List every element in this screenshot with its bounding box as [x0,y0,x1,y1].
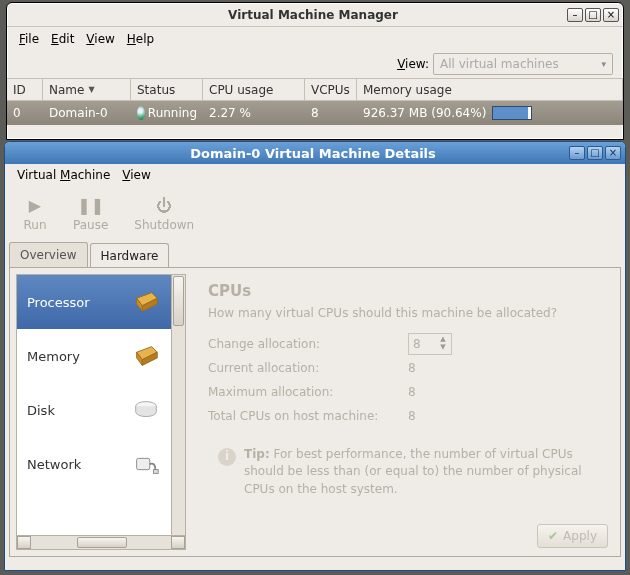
pause-icon: ❚❚ [79,194,103,216]
details-window: Domain-0 Virtual Machine Details – □ × V… [4,141,626,571]
memory-icon [131,342,161,370]
label-change-allocation: Change allocation: [208,337,408,351]
menu-help[interactable]: Help [123,30,158,48]
cell-cpu: 2.27 % [203,106,305,120]
menu-file[interactable]: File [15,30,43,48]
spinner-arrows-icon: ▲▼ [437,335,449,353]
change-allocation-spinner[interactable]: 8 ▲▼ [408,333,452,355]
play-icon: ▶ [23,194,47,216]
minimize-button[interactable]: – [567,8,583,22]
info-icon: i [218,448,236,466]
hardware-sidebar: Processor Memory Disk Network [10,268,190,556]
view-combo-text: All virtual machines [440,57,559,71]
vmm-window: Virtual Machine Manager – □ × File Edit … [6,2,624,140]
row-total-cpus: Total CPUs on host machine: 8 [208,404,606,428]
cell-id: 0 [7,106,43,120]
menu-view[interactable]: View [82,30,118,48]
tip-text: Tip: For best performance, the number of… [244,446,602,498]
pause-button[interactable]: ❚❚ Pause [73,194,108,232]
table-row[interactable]: 0 Domain-0 Running 2.27 % 8 926.37 MB (9… [7,101,623,125]
view-filter-row: View: All virtual machines ▾ [7,51,623,79]
col-cpu[interactable]: CPU usage [203,79,305,100]
disk-icon [131,396,161,424]
vmm-titlebar[interactable]: Virtual Machine Manager – □ × [7,3,623,27]
col-name[interactable]: Name▼ [43,79,131,100]
cell-name: Domain-0 [43,106,131,120]
maximize-button[interactable]: □ [585,8,601,22]
details-toolbar: ▶ Run ❚❚ Pause ⏻ Shutdown [5,186,625,240]
tab-overview[interactable]: Overview [9,242,88,267]
tab-hardware[interactable]: Hardware [90,243,170,268]
label-max-allocation: Maximum allocation: [208,385,408,399]
horizontal-scrollbar[interactable] [16,536,186,550]
maximize-button[interactable]: □ [587,146,603,160]
row-change-allocation: Change allocation: 8 ▲▼ [208,332,606,356]
hw-item-memory[interactable]: Memory [17,329,171,383]
running-icon [137,106,145,120]
label-total-cpus: Total CPUs on host machine: [208,409,408,423]
tip-box: i Tip: For best performance, the number … [208,446,606,498]
close-button[interactable]: × [603,8,619,22]
menu-edit[interactable]: Edit [47,30,78,48]
label-current-allocation: Current allocation: [208,361,408,375]
view-label: View: [397,57,429,71]
apply-button[interactable]: ✔ Apply [537,524,608,548]
details-title: Domain-0 Virtual Machine Details [57,146,569,161]
hw-item-network[interactable]: Network [17,437,171,491]
hardware-tab-body: Processor Memory Disk Network [9,267,621,557]
hw-item-processor[interactable]: Processor [17,275,171,329]
hw-item-disk[interactable]: Disk [17,383,171,437]
close-button[interactable]: × [605,146,621,160]
menu-virtual-machine[interactable]: Virtual Machine [13,166,114,184]
check-icon: ✔ [548,529,558,543]
row-max-allocation: Maximum allocation: 8 [208,380,606,404]
minimize-button[interactable]: – [569,146,585,160]
shutdown-button[interactable]: ⏻ Shutdown [134,194,194,232]
table-header: ID Name▼ Status CPU usage VCPUs Memory u… [7,79,623,101]
run-button[interactable]: ▶ Run [23,194,47,232]
cell-mem: 926.37 MB (90.64%) [357,106,623,120]
chevron-down-icon: ▾ [601,59,606,69]
vm-table: ID Name▼ Status CPU usage VCPUs Memory u… [7,79,623,125]
value-current-allocation: 8 [408,361,416,375]
vertical-scrollbar[interactable] [171,275,185,535]
details-titlebar[interactable]: Domain-0 Virtual Machine Details – □ × [5,142,625,164]
hardware-detail-pane: CPUs How many virtual CPUs should this m… [190,268,620,556]
details-menubar: Virtual Machine View [5,164,625,186]
vmm-menubar: File Edit View Help [7,27,623,51]
details-tabs: Overview Hardware [5,242,625,267]
col-vcpus[interactable]: VCPUs [305,79,357,100]
value-max-allocation: 8 [408,385,416,399]
detail-heading: CPUs [208,282,606,300]
vmm-title: Virtual Machine Manager [59,8,567,22]
power-icon: ⏻ [152,194,176,216]
col-id[interactable]: ID [7,79,43,100]
cell-vcpus: 8 [305,106,357,120]
hardware-list: Processor Memory Disk Network [16,274,186,536]
cpu-icon [131,288,161,316]
svg-rect-7 [137,458,150,469]
cell-status: Running [131,106,203,120]
detail-question: How many virtual CPUs should this machin… [208,306,606,320]
value-total-cpus: 8 [408,409,416,423]
view-combo[interactable]: All virtual machines ▾ [433,53,613,75]
col-status[interactable]: Status [131,79,203,100]
menu-view[interactable]: View [118,166,154,184]
network-icon [131,450,161,478]
svg-rect-8 [154,470,159,474]
row-current-allocation: Current allocation: 8 [208,356,606,380]
sort-desc-icon: ▼ [88,85,94,94]
memory-bar [492,106,532,120]
col-mem[interactable]: Memory usage [357,79,623,100]
